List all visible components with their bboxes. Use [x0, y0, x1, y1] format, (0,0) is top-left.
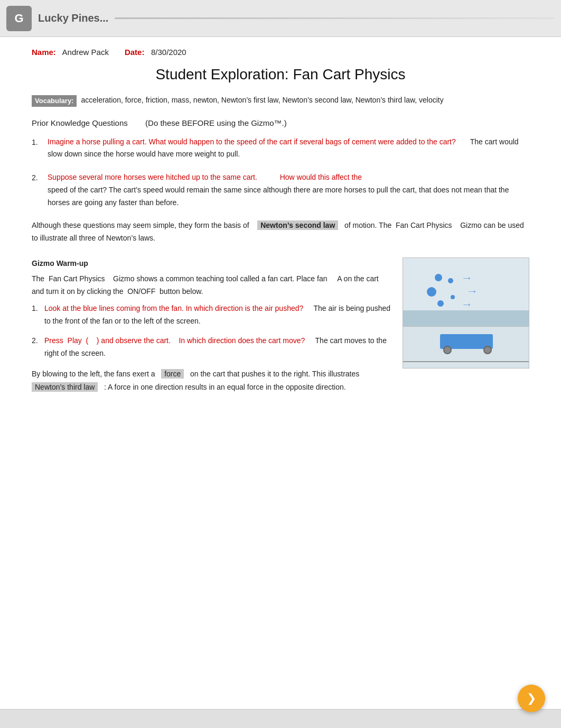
- closing-text3: : A force in one direction results in an…: [104, 383, 346, 391]
- gizmo-intro: The Fan Cart Physics Gizmo shows a commo…: [32, 272, 392, 298]
- sub-q1: 1. Look at the blue lines coming from th…: [32, 302, 392, 328]
- q2-body: Suppose several more horses were hitched…: [48, 171, 529, 209]
- cart-base-top: [403, 310, 529, 326]
- fan-arrow-2: →: [466, 284, 478, 298]
- sub-q2: 2. Press Play ( ) and observe the cart. …: [32, 335, 392, 360]
- q2-number: 2.: [32, 171, 48, 209]
- fan-arrow-1: →: [461, 271, 473, 285]
- gizmo-image: → → →: [403, 257, 529, 368]
- fan-dot-3: [437, 300, 444, 307]
- q2-red-suffix: How would this affect the: [280, 173, 362, 181]
- q1-red-text: Imagine a horse pulling a cart. What wou…: [48, 137, 456, 146]
- fan-dot-4: [448, 278, 453, 283]
- page-wrapper: G Lucky Pines... Name: Andrew Pack Date:…: [0, 0, 561, 728]
- sub-q1-num: 1.: [32, 302, 44, 328]
- question-2: 2. Suppose several more horses were hitc…: [32, 171, 529, 209]
- gizmo-warmup-title: Gizmo Warm-up: [32, 257, 392, 270]
- gizmo-closing: By blowing to the left, the fans exert a…: [32, 367, 392, 393]
- transition-para: Although these questions may seem simple…: [32, 219, 529, 245]
- main-content: Name: Andrew Pack Date: 8/30/2020 Studen…: [0, 37, 561, 709]
- gizmo-sub-questions: 1. Look at the blue lines coming from th…: [32, 302, 392, 360]
- top-bar: G Lucky Pines...: [0, 0, 561, 37]
- newtons-second-law-highlight: Newton’s second law: [257, 220, 338, 230]
- app-icon: G: [6, 6, 32, 31]
- question-1: 1. Imagine a horse pulling a cart. What …: [32, 136, 529, 161]
- vocabulary-row: Vocabulary: acceleration, force, frictio…: [32, 95, 529, 107]
- name-date-row: Name: Andrew Pack Date: 8/30/2020: [32, 48, 529, 57]
- fan-arrow-3: →: [461, 298, 473, 311]
- vocab-label: Vocabulary:: [32, 95, 77, 107]
- q2-answer: speed of the cart? The cart’s speed woul…: [48, 186, 509, 207]
- transition-text1: Although these questions may seem simple…: [32, 221, 249, 229]
- q1-body: Imagine a horse pulling a cart. What wou…: [48, 136, 529, 161]
- date-value: 8/30/2020: [151, 48, 186, 57]
- sub-q2-red: Press Play ( ) and observe the cart. In …: [44, 336, 305, 345]
- main-title: Student Exploration: Fan Cart Physics: [32, 66, 529, 83]
- orange-fab-icon: ❯: [527, 692, 536, 705]
- closing-text2: on the cart that pushes it to the right.…: [190, 370, 359, 378]
- app-title: Lucky Pines...: [38, 12, 108, 24]
- footer-bar: [0, 709, 561, 728]
- top-divider: [115, 17, 555, 19]
- date-label: Date:: [125, 48, 145, 57]
- gizmo-image-col: → → →: [403, 257, 529, 398]
- name-label: Name:: [32, 48, 56, 57]
- sub-q1-body: Look at the blue lines coming from the f…: [44, 302, 392, 328]
- force-highlight: force: [161, 369, 184, 379]
- gizmo-image-bottom: [403, 327, 529, 368]
- third-law-highlight: Newton’s third law: [32, 382, 98, 392]
- gizmo-image-top: → → →: [403, 258, 529, 327]
- fan-dot-2: [427, 287, 436, 297]
- orange-fab-button[interactable]: ❯: [518, 685, 545, 712]
- wheel-1: [443, 346, 452, 354]
- gizmo-text-col: Gizmo Warm-up The Fan Cart Physics Gizmo…: [32, 257, 392, 398]
- gizmo-warmup-section: Gizmo Warm-up The Fan Cart Physics Gizmo…: [32, 257, 529, 398]
- q2-red-text: Suppose several more horses were hitched…: [48, 173, 257, 181]
- fan-dot-5: [451, 295, 455, 299]
- name-value: Andrew Pack: [62, 48, 109, 57]
- fan-dot-1: [435, 274, 442, 281]
- prior-knowledge-header: Prior Knowledge Questions (Do these BEFO…: [32, 118, 529, 127]
- questions-list: 1. Imagine a horse pulling a cart. What …: [32, 136, 529, 209]
- track-line: [403, 361, 529, 362]
- sub-q1-red: Look at the blue lines coming from the f…: [44, 304, 303, 312]
- q1-number: 1.: [32, 136, 48, 161]
- vocab-terms: acceleration, force, friction, mass, new…: [81, 95, 443, 106]
- wheel-2: [483, 346, 492, 354]
- sub-q2-num: 2.: [32, 335, 44, 360]
- sub-q2-body: Press Play ( ) and observe the cart. In …: [44, 335, 392, 360]
- closing-text1: By blowing to the left, the fans exert a: [32, 370, 155, 378]
